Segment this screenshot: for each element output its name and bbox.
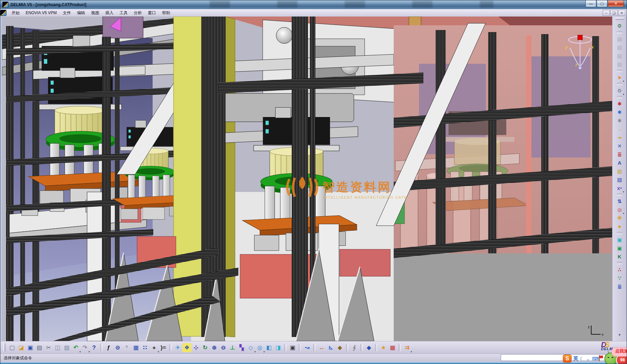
- copy-icon[interactable]: ◫: [53, 343, 62, 352]
- graph-tree-reorder-icon[interactable]: ≣: [616, 150, 624, 159]
- fly-mode-icon[interactable]: ✈: [173, 343, 182, 352]
- product-structure-icon-2[interactable]: ∵: [616, 274, 624, 282]
- catalog-grayed-icon-2[interactable]: ▤: [616, 43, 624, 52]
- title-bar[interactable]: DELMIA V5 - [zongzhuang.CATProduct] — ▢ …: [0, 0, 627, 9]
- menu-start[interactable]: 开始: [8, 9, 23, 17]
- existing-component-icon[interactable]: →: [616, 125, 624, 133]
- fit-all-in-icon[interactable]: ❖: [182, 343, 191, 352]
- menu-enovia-v5-vpm[interactable]: ENOVIA V5 VPM: [23, 10, 60, 16]
- measure-between-icon[interactable]: ↔: [317, 343, 326, 352]
- mdi-minimize-button[interactable]: –: [603, 10, 610, 16]
- new-resource-icon[interactable]: ✱: [616, 116, 624, 125]
- minimize-button[interactable]: —: [585, 0, 596, 7]
- replace-component-icon[interactable]: ✕: [616, 142, 624, 150]
- catalog-browser-icon[interactable]: ★: [379, 343, 388, 352]
- manage-representations-icon[interactable]: ▧: [616, 175, 624, 184]
- menu-edit[interactable]: 编辑: [74, 9, 88, 17]
- toolbar-grip[interactable]: [3, 343, 5, 352]
- ad-bubble[interactable]: 点我加: [611, 347, 627, 357]
- menu-insert[interactable]: 插入: [102, 9, 116, 17]
- ime-language-toggle[interactable]: 英: [573, 356, 578, 362]
- comment-icon[interactable]: ⊙: [113, 343, 122, 352]
- process-gears-icon[interactable]: ⚙: [616, 22, 624, 30]
- 3d-viewport[interactable]: 智造资料网 INTELLIGENT MANUFACTURING DATA y x…: [1, 17, 613, 341]
- menu-file[interactable]: 文件: [60, 9, 74, 17]
- mdi-restore-button[interactable]: ❏: [610, 10, 618, 16]
- restore-button[interactable]: ▢: [597, 0, 607, 7]
- menu-window[interactable]: 窗口: [145, 9, 159, 17]
- isometric-view-icon[interactable]: ◇▾: [246, 343, 255, 352]
- new-product-icon[interactable]: ✱: [616, 100, 624, 108]
- close-button[interactable]: ✕: [608, 0, 624, 7]
- smart-move-icon[interactable]: ★: [616, 222, 624, 231]
- catalog-grayed-icon-3[interactable]: ▤: [616, 52, 624, 60]
- reorder-tree-icon[interactable]: ≣: [616, 282, 624, 291]
- multi-instantiation-icon[interactable]: xⁿ▾: [616, 184, 624, 192]
- cut-icon[interactable]: ✂: [44, 343, 53, 352]
- save-management-icon[interactable]: ▣: [616, 235, 624, 244]
- lock-icon[interactable]: ●▾: [150, 343, 159, 352]
- menu-view[interactable]: 视图: [88, 9, 102, 17]
- sogou-logo-icon[interactable]: S: [563, 355, 572, 363]
- zoom-in-icon[interactable]: ⊕: [210, 343, 219, 352]
- point-transform-icon[interactable]: ⇉▾: [402, 343, 412, 352]
- formula-fx-icon[interactable]: ƒ: [104, 343, 113, 352]
- paste-icon[interactable]: ▧: [62, 343, 71, 352]
- swept-volume-icon[interactable]: ∮: [350, 343, 359, 352]
- save-version-icon[interactable]: ▣: [616, 244, 624, 252]
- swap-visible-space-icon[interactable]: ◨: [273, 343, 283, 352]
- track-icon[interactable]: ↝: [303, 343, 312, 352]
- whats-this-icon[interactable]: ?: [89, 343, 99, 352]
- menu-analyze[interactable]: 分析: [131, 9, 145, 17]
- menu-tools[interactable]: 工具: [116, 9, 131, 17]
- select-arrow-icon[interactable]: ➤▾: [616, 73, 624, 82]
- open-folder-icon[interactable]: ◪: [17, 343, 26, 352]
- ime-keyboard-icon[interactable]: ⌨: [592, 356, 599, 361]
- save-knowledge-icon[interactable]: K: [616, 252, 624, 261]
- shading-mode-icon[interactable]: ◎▾: [255, 343, 264, 352]
- selection-sets-icon[interactable]: ⚙▾: [616, 86, 624, 95]
- camera-capture-icon[interactable]: ▣: [288, 343, 297, 352]
- hide-show-icon[interactable]: ◧: [264, 343, 273, 352]
- existing-component-positioned-icon[interactable]: ⇒: [616, 133, 624, 142]
- design-table-icon[interactable]: ▦: [131, 343, 140, 352]
- ppr-cube-icon[interactable]: ▩: [388, 343, 397, 352]
- measure-item-icon[interactable]: ⊾: [326, 343, 335, 352]
- equivalent-dimensions-icon[interactable]: }=: [159, 343, 168, 352]
- generate-numbering-icon[interactable]: A: [616, 159, 624, 167]
- flag-icon[interactable]: [599, 355, 603, 361]
- zoom-out-icon[interactable]: ⊖: [219, 343, 228, 352]
- save-icon[interactable]: ▣: [26, 343, 35, 352]
- catalog-grayed-icon-4[interactable]: ▤: [616, 60, 624, 68]
- 3d-scene[interactable]: 智造资料网 INTELLIGENT MANUFACTURING DATA y x…: [2, 17, 613, 341]
- toolbar-overflow-chevron-icon[interactable]: ▼: [616, 331, 624, 339]
- normal-view-icon[interactable]: ⊥: [228, 343, 237, 352]
- knowledge-icon[interactable]: ª: [122, 343, 131, 352]
- section-icon[interactable]: ◆: [364, 343, 373, 352]
- ime-moon-icon[interactable]: ☾: [580, 356, 584, 361]
- redo-icon[interactable]: ↷▾: [80, 343, 89, 352]
- delmia-app-icon[interactable]: [2, 2, 8, 8]
- new-document-icon[interactable]: ▢: [7, 343, 17, 352]
- svg-text:x: x: [591, 45, 594, 50]
- toolbar-grip[interactable]: [616, 18, 624, 20]
- menu-help[interactable]: 帮助: [159, 9, 173, 17]
- toolbar-separator: [617, 96, 622, 98]
- product-structure-icon-1[interactable]: ∴: [616, 265, 624, 274]
- measure-inertia-icon[interactable]: ◆: [335, 343, 344, 352]
- new-part-icon[interactable]: ✱: [616, 108, 624, 116]
- print-icon[interactable]: ▤: [35, 343, 44, 352]
- undo-icon[interactable]: ↶▾: [71, 343, 80, 352]
- snap-icon[interactable]: ◎▾: [616, 205, 624, 214]
- document-icon[interactable]: [0, 10, 6, 16]
- mdi-close-button[interactable]: ✕: [618, 10, 625, 16]
- pan-icon[interactable]: ⊹: [191, 343, 201, 352]
- ime-punctuation-icon[interactable]: ，: [586, 356, 591, 362]
- selective-load-icon[interactable]: ▥: [616, 167, 624, 175]
- explode-icon[interactable]: ※: [616, 214, 624, 222]
- catalog-grayed-icon-1[interactable]: ▤: [616, 35, 624, 43]
- multi-view-icon[interactable]: ▚: [237, 343, 246, 352]
- structure-browser-icon[interactable]: ∷: [140, 343, 150, 352]
- manipulation-icon[interactable]: ⇅: [616, 197, 624, 205]
- rotate-icon[interactable]: ↻: [201, 343, 210, 352]
